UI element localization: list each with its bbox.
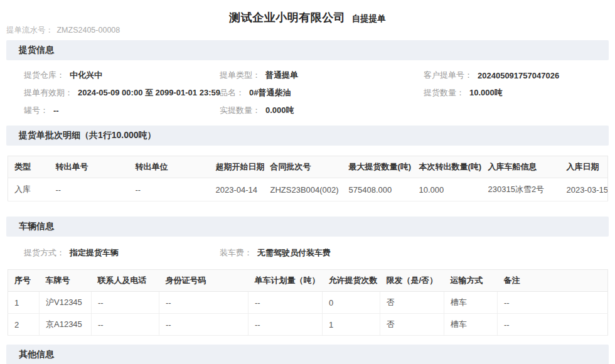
column-header: 合同批次号: [264, 156, 343, 178]
field-value: 0#普通柴油: [249, 87, 291, 99]
cell-remark: --: [498, 292, 608, 314]
field-loading-fee: 装车费： 无需驾驶员付装车费: [220, 244, 615, 262]
field-value: 0.000吨: [265, 105, 294, 116]
cell-allowed-times: 1: [323, 314, 380, 336]
cell-restricted: 否: [380, 314, 444, 336]
field-product-name: 品名： 0#普通柴油: [220, 84, 424, 102]
field-value: 中化兴中: [70, 70, 102, 81]
section-header-other-info: 其他信息: [6, 345, 609, 364]
column-header: 入库车船信息: [482, 156, 560, 178]
field-label: 装车费：: [220, 247, 252, 259]
field-pickup-quantity: 提货数量： 10.000吨: [424, 84, 615, 102]
serial-number: 提单流水号： ZMZS2405-00008: [6, 25, 120, 36]
cell-plate-no: 沪V12345: [40, 292, 92, 314]
field-value: 202405091757047026: [478, 71, 559, 80]
section-title: 提货单批次明细（共1行10.000吨）: [19, 130, 156, 141]
cell-transport-mode: 槽车: [444, 292, 498, 314]
cell-contract-batch-no: ZHZS23B004(002): [264, 178, 343, 201]
field-label: 提货方式：: [24, 247, 65, 259]
field-value: 指定提货车辆: [70, 247, 119, 259]
pickup-info-grid: 提货仓库： 中化兴中 提单类型： 普通提单 客户提单号： 20240509175…: [0, 60, 615, 126]
cell-contact: --: [92, 314, 159, 336]
column-header: 允许提货次数: [323, 270, 380, 292]
column-header: 车牌号: [40, 270, 92, 292]
batch-table-header-row: 类型 转出单号 转出单位 超期开始日期 合同批次号 最大提货数量(吨) 本次转出…: [8, 156, 608, 178]
cell-overdue-date: 2023-04-14: [210, 178, 264, 201]
serial-number-label: 提单流水号：: [6, 26, 53, 35]
field-value: 10.000吨: [469, 87, 503, 99]
table-row: 入库 -- -- 2023-04-14 ZHZS23B004(002) 5754…: [8, 178, 608, 201]
cell-transport-mode: 槽车: [444, 314, 498, 336]
cell-restricted: 否: [380, 292, 444, 314]
column-header: 入库日期: [560, 156, 608, 178]
serial-number-value: ZMZS2405-00008: [56, 26, 120, 35]
column-header: 身份证号码: [159, 270, 249, 292]
cell-id-no: --: [159, 292, 249, 314]
cell-inbound-date: 2023-03-15: [560, 178, 608, 201]
column-header: 超期开始日期: [210, 156, 264, 178]
company-name: 测试企业小明有限公司: [229, 11, 345, 24]
cell-plan-quantity: --: [249, 314, 323, 336]
bill-of-lading-page: 测试企业小明有限公司 自提提单 提单流水号： ZMZS2405-00008 提货…: [0, 0, 615, 364]
document-type: 自提提单: [352, 14, 386, 23]
field-customer-bill-no: 客户提单号： 202405091757047026: [424, 67, 615, 84]
column-header: 限发（是/否）: [380, 270, 444, 292]
cell-contact: --: [92, 292, 159, 314]
column-header: 联系人及电话: [92, 270, 159, 292]
cell-id-no: --: [159, 314, 249, 336]
cell-inbound-vehicle: 230315冰雪2号: [482, 178, 560, 201]
cell-max-quantity: 575408.000: [343, 178, 413, 201]
section-header-pickup-info: 提货信息: [6, 40, 609, 60]
section-title: 车辆信息: [19, 221, 54, 232]
field-label: 罐号：: [24, 105, 48, 116]
field-pickup-method: 提货方式： 指定提货车辆: [24, 244, 220, 262]
cell-remark: --: [498, 314, 608, 336]
document-header: 测试企业小明有限公司 自提提单 提单流水号： ZMZS2405-00008: [0, 0, 615, 40]
column-header: 最大提货数量(吨): [343, 156, 413, 178]
vehicle-table: 序号 车牌号 联系人及电话 身份证号码 单车计划量（吨） 允许提货次数 限发（是…: [8, 269, 608, 336]
field-value: --: [53, 106, 59, 115]
column-header: 备注: [498, 270, 608, 292]
column-header: 运输方式: [444, 270, 498, 292]
cell-transfer-no: --: [50, 178, 129, 201]
field-label: 实提数量：: [220, 105, 260, 116]
column-header: 本次转出数量(吨): [413, 156, 482, 178]
field-warehouse: 提货仓库： 中化兴中: [24, 67, 220, 84]
field-validity-period: 提单有效期： 2024-05-09 00:00 至 2099-01-01 23:…: [24, 84, 220, 102]
field-actual-quantity: 实提数量： 0.000吨: [220, 102, 424, 119]
cell-type: 入库: [8, 178, 50, 201]
table-row: 1 沪V12345 -- -- -- 0 否 槽车 --: [8, 292, 608, 314]
field-label: 提货仓库：: [24, 70, 65, 81]
field-label: 客户提单号：: [424, 70, 473, 81]
field-label: 提单有效期：: [24, 87, 73, 99]
field-value: 普通提单: [265, 70, 298, 81]
cell-allowed-times: 0: [323, 292, 380, 314]
section-header-batch-detail: 提货单批次明细（共1行10.000吨）: [6, 126, 609, 146]
column-header: 序号: [8, 270, 40, 292]
field-label: 提单类型：: [220, 70, 260, 81]
cell-plate-no: 京A12345: [40, 314, 92, 336]
field-tank-no: 罐号： --: [24, 102, 220, 119]
field-label: 品名：: [220, 87, 244, 99]
page-title: 测试企业小明有限公司 自提提单: [0, 10, 615, 25]
section-title: 提货信息: [19, 45, 54, 56]
cell-transfer-quantity: 10.000: [413, 178, 482, 201]
cell-transfer-unit: --: [129, 178, 210, 201]
field-value: 无需驾驶员付装车费: [257, 247, 331, 259]
section-title: 其他信息: [19, 349, 54, 360]
batch-detail-table: 类型 转出单号 转出单位 超期开始日期 合同批次号 最大提货数量(吨) 本次转出…: [8, 156, 608, 201]
cell-plan-quantity: --: [249, 292, 323, 314]
vehicle-table-header-row: 序号 车牌号 联系人及电话 身份证号码 单车计划量（吨） 允许提货次数 限发（是…: [8, 270, 608, 292]
field-value: 2024-05-09 00:00 至 2099-01-01 23:59: [78, 87, 220, 99]
cell-seq: 1: [8, 292, 40, 314]
column-header: 单车计划量（吨）: [249, 270, 323, 292]
column-header: 转出单号: [50, 156, 129, 178]
vehicle-fields-grid: 提货方式： 指定提货车辆 装车费： 无需驾驶员付装车费: [0, 237, 615, 269]
section-header-vehicle-info: 车辆信息: [6, 217, 609, 237]
column-header: 转出单位: [129, 156, 210, 178]
cell-seq: 2: [8, 314, 40, 336]
column-header: 类型: [8, 156, 50, 178]
field-label: 提货数量：: [424, 87, 464, 99]
table-row: 2 京A12345 -- -- -- 1 否 槽车 --: [8, 314, 608, 336]
field-bill-type: 提单类型： 普通提单: [220, 67, 424, 84]
